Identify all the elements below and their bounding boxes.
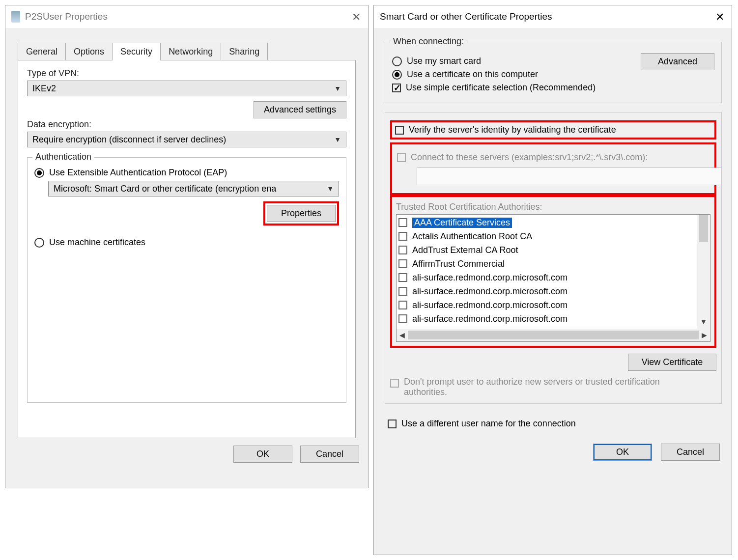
window-icon (11, 11, 20, 23)
ca-item-checkbox[interactable] (398, 259, 407, 268)
scroll-left-icon[interactable]: ◀ (399, 331, 405, 339)
tab-networking[interactable]: Networking (160, 43, 221, 60)
eap-method-dropdown[interactable]: Microsoft: Smart Card or other certifica… (48, 181, 339, 196)
ok-button[interactable]: OK (593, 444, 652, 461)
data-encryption-value: Require encryption (disconnect if server… (32, 135, 334, 145)
tab-general[interactable]: General (18, 43, 66, 60)
ca-item[interactable]: AAA Certificate Services (398, 216, 697, 229)
dialog-body: When connecting: Advanced Use my smart c… (374, 28, 732, 461)
verify-group: Verify the server's identity by validati… (385, 112, 722, 404)
tab-security[interactable]: Security (112, 43, 161, 60)
ca-item[interactable]: Actalis Authentication Root CA (398, 229, 697, 243)
vpn-type-dropdown[interactable]: IKEv2 ▼ (27, 81, 346, 96)
chevron-down-icon: ▼ (334, 136, 341, 143)
tab-sharing[interactable]: Sharing (221, 43, 268, 60)
ca-item-checkbox[interactable] (398, 232, 407, 241)
cancel-button[interactable]: Cancel (300, 446, 359, 463)
radio-use-eap-label: Use Extensible Authentication Protocol (… (49, 168, 227, 178)
data-encryption-dropdown[interactable]: Require encryption (disconnect if server… (27, 132, 346, 147)
chevron-down-icon: ▼ (334, 84, 341, 92)
chk-dont-prompt-label: Don't prompt user to authorize new serve… (404, 377, 679, 397)
chk-connect-servers (397, 153, 406, 162)
security-tab-body: Type of VPN: IKEv2 ▼ Advanced settings D… (18, 60, 356, 438)
ca-item[interactable]: AffirmTrust Commercial (398, 257, 697, 271)
radio-use-smartcard[interactable] (392, 56, 402, 66)
ca-item[interactable]: ali-surface.redmond.corp.microsoft.com (398, 271, 697, 284)
radio-machine-cert-row[interactable]: Use machine certificates (34, 237, 339, 248)
advanced-button[interactable]: Advanced (641, 53, 714, 70)
ca-item-checkbox[interactable] (398, 314, 407, 323)
connect-servers-highlight: Connect to these servers (examples:srv1;… (390, 142, 716, 195)
p2suser-properties-window: P2SUser Properties ✕ General Options Sec… (5, 5, 369, 488)
view-certificate-button[interactable]: View Certificate (628, 354, 716, 371)
chk-simple-selection-row[interactable]: Use simple certificate selection (Recomm… (392, 83, 714, 93)
advanced-settings-button[interactable]: Advanced settings (254, 101, 346, 118)
ca-item[interactable]: AddTrust External CA Root (398, 243, 697, 257)
chk-different-user-label: Use a different user name for the connec… (401, 419, 576, 429)
chk-dont-prompt (390, 379, 399, 388)
connect-servers-input (417, 168, 721, 185)
tab-strip: General Options Security Networking Shar… (18, 43, 368, 60)
chk-dont-prompt-row: Don't prompt user to authorize new serve… (390, 377, 716, 397)
ca-item-label: Actalis Authentication Root CA (412, 231, 532, 242)
radio-cert-computer-row[interactable]: Use a certificate on this computer (392, 69, 714, 80)
horizontal-scrollbar[interactable]: ◀ ▶ (397, 329, 710, 341)
ca-item-checkbox[interactable] (398, 273, 407, 282)
chk-verify-row[interactable]: Verify the server's identity by validati… (395, 125, 711, 135)
radio-machine-cert-label: Use machine certificates (49, 237, 145, 248)
ca-item-label: AddTrust External CA Root (412, 245, 518, 255)
titlebar: Smart Card or other Certificate Properti… (374, 5, 732, 28)
radio-use-eap-row[interactable]: Use Extensible Authentication Protocol (… (34, 168, 339, 178)
ca-item-label: ali-surface.redmond.corp.microsoft.com (412, 273, 568, 283)
ca-item-checkbox[interactable] (398, 246, 407, 254)
authentication-group: Authentication Use Extensible Authentica… (27, 157, 346, 403)
vertical-scrollbar[interactable]: ▲ ▼ (697, 215, 710, 329)
radio-use-smartcard-label: Use my smart card (407, 56, 481, 66)
chk-different-user-row[interactable]: Use a different user name for the connec… (388, 419, 722, 429)
trusted-root-label: Trusted Root Certification Authorities: (396, 202, 710, 212)
ca-item-checkbox[interactable] (398, 218, 407, 227)
authentication-legend: Authentication (32, 152, 94, 162)
when-connecting-group: When connecting: Advanced Use my smart c… (385, 42, 722, 103)
ca-item-label: ali-surface.redmond.corp.microsoft.com (412, 314, 568, 324)
radio-machine-cert[interactable] (34, 238, 44, 248)
when-connecting-legend: When connecting: (390, 36, 467, 47)
dialog-button-row: OK Cancel (5, 439, 368, 463)
chk-verify-server-identity[interactable] (395, 126, 404, 135)
scroll-right-icon[interactable]: ▶ (702, 331, 707, 339)
ca-item-label: AAA Certificate Services (412, 218, 512, 228)
chk-connect-servers-label: Connect to these servers (examples:srv1;… (411, 152, 648, 163)
properties-highlight: Properties (263, 201, 339, 225)
trusted-root-highlight: Trusted Root Certification Authorities: … (390, 195, 716, 348)
scroll-thumb[interactable] (699, 214, 708, 242)
ca-item[interactable]: ali-surface.redmond.corp.microsoft.com (398, 284, 697, 298)
scroll-thumb[interactable] (408, 331, 699, 339)
window-title: P2SUser Properties (25, 11, 350, 22)
cancel-button[interactable]: Cancel (661, 444, 720, 461)
verify-highlight: Verify the server's identity by validati… (390, 120, 716, 140)
chk-simple-selection-label: Use simple certificate selection (Recomm… (406, 83, 596, 93)
chk-simple-selection[interactable] (392, 84, 401, 92)
titlebar: P2SUser Properties ✕ (5, 5, 368, 28)
ca-item-label: AffirmTrust Commercial (412, 259, 505, 269)
data-encryption-label: Data encryption: (27, 119, 346, 130)
chevron-down-icon: ▼ (327, 185, 334, 193)
vpn-type-value: IKEv2 (32, 84, 334, 94)
chk-different-user[interactable] (388, 420, 397, 428)
ca-item-label: ali-surface.redmond.corp.microsoft.com (412, 300, 568, 310)
close-icon[interactable]: ✕ (350, 11, 362, 23)
close-icon[interactable]: ✕ (714, 11, 726, 23)
smartcard-properties-window: Smart Card or other Certificate Properti… (373, 5, 732, 555)
tab-options[interactable]: Options (65, 43, 113, 60)
ca-item[interactable]: ali-surface.redmond.corp.microsoft.com (398, 298, 697, 312)
radio-use-cert-computer-label: Use a certificate on this computer (407, 69, 538, 80)
ok-button[interactable]: OK (233, 446, 292, 463)
scroll-down-icon[interactable]: ▼ (700, 315, 707, 329)
ca-item-checkbox[interactable] (398, 287, 407, 296)
trusted-root-listbox[interactable]: AAA Certificate Services Actalis Authent… (396, 214, 710, 342)
ca-item-checkbox[interactable] (398, 301, 407, 309)
radio-use-eap[interactable] (34, 168, 44, 178)
ca-item[interactable]: ali-surface.redmond.corp.microsoft.com (398, 312, 697, 326)
radio-use-cert-computer[interactable] (392, 70, 402, 80)
properties-button[interactable]: Properties (267, 205, 336, 222)
